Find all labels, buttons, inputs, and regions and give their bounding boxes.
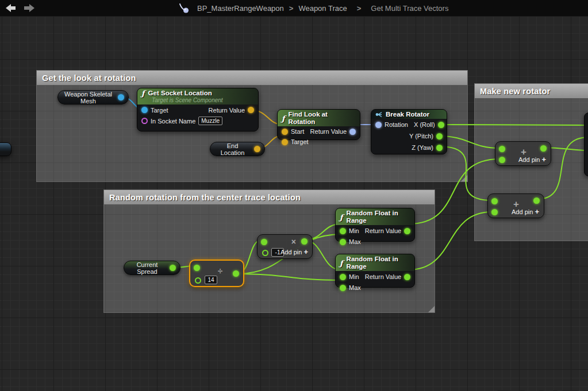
- output-pin-return-value[interactable]: [404, 274, 410, 280]
- input-pin-b[interactable]: [195, 277, 201, 284]
- forward-arrow-button[interactable]: [23, 3, 34, 13]
- output-pin-roll[interactable]: [438, 122, 444, 128]
- comment-title: Get the look at rotation: [42, 73, 136, 83]
- add-pin-button[interactable]: Add pin +: [512, 207, 539, 216]
- breadcrumb-current-node[interactable]: Get Multi Trace Vectors: [371, 4, 448, 13]
- node-get-socket-location[interactable]: ƒ Get Socket Location Target is Scene Co…: [137, 88, 259, 131]
- breadcrumb-graph[interactable]: Weapon Trace: [298, 4, 347, 13]
- divide-value-field[interactable]: 14: [205, 276, 217, 284]
- pin-label: Max: [349, 238, 361, 245]
- function-icon: ƒ: [340, 260, 343, 266]
- pin-label: X (Roll): [414, 121, 435, 128]
- node-add-pitch[interactable]: + Add pin +: [495, 141, 551, 166]
- input-pin-min[interactable]: [340, 228, 346, 234]
- input-pin-a[interactable]: [194, 265, 200, 271]
- node-current-spread[interactable]: Current Spread: [124, 261, 180, 275]
- output-pin-result[interactable]: [540, 145, 547, 152]
- node-random-float-in-range-2[interactable]: ƒ Random Float in Range Min Return Value…: [335, 254, 415, 288]
- blueprint-editor: Get the look at rotation Make new rotato…: [0, 0, 588, 391]
- node-title: Find Look at Rotation: [289, 111, 356, 126]
- input-pin-target[interactable]: [282, 139, 288, 145]
- input-pin-min[interactable]: [340, 274, 346, 280]
- node-divide-selected[interactable]: 14 ÷: [189, 260, 244, 287]
- function-icon: ƒ: [340, 214, 343, 220]
- blueprint-watermark: BLUEPRINT: [495, 384, 588, 391]
- variable-label: End Location: [214, 142, 251, 156]
- output-pin-result[interactable]: [301, 238, 308, 245]
- input-pin-a[interactable]: [499, 146, 505, 152]
- input-pin-rotation[interactable]: [375, 122, 382, 128]
- output-pin-return-value[interactable]: [349, 129, 356, 135]
- input-pin-a[interactable]: [491, 198, 498, 204]
- node-weapon-skeletal-mesh[interactable]: Weapon Skeletal Mesh: [57, 90, 129, 104]
- pin-label: Return Value: [365, 273, 401, 280]
- function-icon: ƒ: [141, 90, 145, 96]
- graph-canvas[interactable]: Get the look at rotation Make new rotato…: [0, 0, 588, 391]
- plus-icon: +: [535, 207, 539, 216]
- pin-label: Rotation: [385, 121, 408, 128]
- comment-title: Random rotation from the center trace lo…: [109, 193, 301, 202]
- comment-resize-grip[interactable]: [461, 175, 467, 181]
- node-multiply[interactable]: -1 × Add pin +: [257, 234, 313, 259]
- breadcrumb-blueprint[interactable]: BP_MasterRangeWeapon: [197, 4, 284, 13]
- output-pin-return-value[interactable]: [404, 228, 410, 234]
- input-pin-b[interactable]: [499, 157, 505, 163]
- node-random-float-in-range-1[interactable]: ƒ Random Float in Range Min Return Value…: [335, 208, 415, 242]
- pin-label: Max: [349, 284, 361, 291]
- add-pin-button[interactable]: Add pin +: [518, 155, 546, 164]
- add-pin-label: Add pin: [512, 208, 533, 215]
- output-pin-pitch[interactable]: [436, 133, 443, 140]
- back-arrow-button[interactable]: [6, 3, 17, 13]
- pin-label: Target: [151, 107, 168, 114]
- input-pin-target[interactable]: [141, 107, 148, 113]
- breadcrumb-separator: >: [357, 4, 362, 13]
- pin-label: Y (Pitch): [409, 133, 433, 140]
- divide-operator-icon: ÷: [218, 266, 222, 275]
- add-pin-label: Add pin: [280, 249, 302, 255]
- output-pin-vector[interactable]: [254, 146, 260, 152]
- pin-label: Min: [349, 273, 359, 280]
- socket-name-field[interactable]: Muzzle: [198, 117, 222, 125]
- multiply-operator-icon: ×: [291, 238, 296, 246]
- node-add-yaw[interactable]: + Add pin +: [487, 193, 544, 218]
- add-pin-button[interactable]: Add pin +: [280, 247, 308, 256]
- node-partial-left[interactable]: [0, 142, 11, 156]
- input-pin-socket-name[interactable]: [141, 118, 148, 124]
- pin-label: Z (Yaw): [412, 144, 433, 151]
- node-make-rotator-partial[interactable]: [584, 113, 588, 176]
- output-pin-result[interactable]: [533, 198, 540, 204]
- comment-header[interactable]: Get the look at rotation: [37, 71, 467, 85]
- graph-navigation-bar: BP_MasterRangeWeapon > Weapon Trace > Ge…: [0, 0, 588, 17]
- input-pin-a[interactable]: [261, 239, 267, 245]
- node-break-rotator[interactable]: Break Rotator Rotation X (Roll) Y (Pitch…: [371, 109, 447, 154]
- node-find-look-at-rotation[interactable]: ƒ Find Look at Rotation Start Return Val…: [277, 109, 360, 140]
- node-header: Break Rotator: [371, 110, 447, 119]
- node-header: ƒ Random Float in Range: [336, 254, 414, 271]
- variable-label: Current Spread: [128, 261, 166, 275]
- break-struct-icon: [375, 111, 382, 118]
- output-pin-result[interactable]: [233, 270, 239, 277]
- forward-arrow-tail: [24, 6, 29, 10]
- output-pin-yaw[interactable]: [436, 145, 443, 151]
- node-header: ƒ Find Look at Rotation: [278, 110, 360, 126]
- output-pin-object[interactable]: [118, 94, 124, 100]
- input-pin-max[interactable]: [340, 239, 346, 245]
- input-pin-start[interactable]: [282, 129, 288, 135]
- breadcrumb-separator: >: [289, 4, 294, 13]
- output-pin-float[interactable]: [170, 265, 176, 271]
- plus-icon: +: [303, 247, 308, 256]
- node-end-location[interactable]: End Location: [210, 142, 265, 156]
- pin-label: Return Value: [209, 107, 245, 114]
- node-header: ƒ Get Socket Location: [137, 88, 258, 98]
- blueprint-graph-icon: [178, 2, 191, 14]
- variable-label: Weapon Skeletal Mesh: [62, 91, 114, 104]
- back-arrow-tail: [10, 6, 16, 10]
- input-pin-b[interactable]: [262, 250, 268, 256]
- node-header: ƒ Random Float in Range: [336, 208, 414, 225]
- input-pin-max[interactable]: [340, 285, 346, 291]
- comment-header[interactable]: Random rotation from the center trace lo…: [104, 190, 435, 204]
- output-pin-return-value[interactable]: [248, 107, 254, 113]
- comment-resize-grip[interactable]: [428, 306, 435, 312]
- input-pin-b[interactable]: [491, 209, 498, 215]
- comment-header[interactable]: Make new rotator: [475, 84, 588, 98]
